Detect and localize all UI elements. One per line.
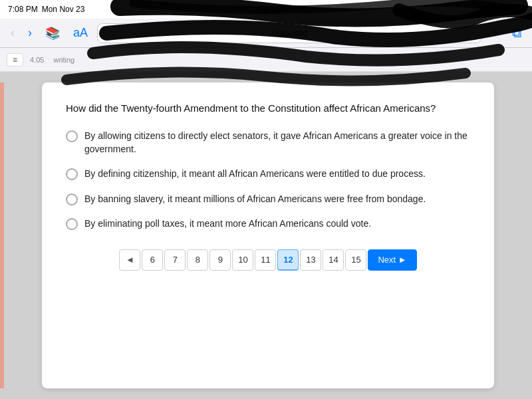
answer-option-d[interactable]: By eliminating poll taxes, it meant more… [66,217,470,231]
page-12[interactable]: 12 [277,249,299,271]
answer-text-b: By defining citizenship, it meant all Af… [84,168,426,181]
question-text: How did the Twenty-fourth Amendment to t… [66,101,470,115]
page-9[interactable]: 9 [209,249,231,271]
unlock-status: 🔓 Unlocked [260,5,305,14]
prev-button[interactable]: ◄ [119,249,140,271]
radio-b[interactable] [66,168,78,180]
answer-text-c: By banning slavery, it meant millions of… [84,193,426,206]
radio-d[interactable] [66,218,78,230]
font-size-button[interactable]: aA [69,23,92,43]
time: 7:08 PM [8,5,38,14]
status-bar: 7:08 PM Mon Nov 23 🔓 Unlocked 📶 🔋 30% [0,0,532,19]
page-6[interactable]: 6 [142,249,163,271]
menu-icon[interactable]: ≡ [7,53,23,66]
secondary-toolbar: ≡ 4.05 writing [0,48,532,72]
back-button[interactable]: ‹ [7,23,19,43]
url-bar[interactable]: Unlocked [97,23,481,43]
battery-percent: 30% [508,5,524,14]
bookmarks-button[interactable]: 📚 [41,23,64,43]
answer-option-a[interactable]: By allowing citizens to directly elect s… [66,130,470,156]
page-10[interactable]: 10 [232,249,253,271]
quiz-wrapper: How did the Twenty-fourth Amendment to t… [4,72,532,399]
mode-label: writing [51,55,77,65]
page-14[interactable]: 14 [323,249,344,271]
page-11[interactable]: 11 [255,249,276,271]
main-content: How did the Twenty-fourth Amendment to t… [0,72,532,399]
next-button[interactable]: Next ► [368,249,416,271]
answer-text-a: By allowing citizens to directly elect s… [84,130,470,156]
page-15[interactable]: 15 [345,249,366,271]
status-left: 7:08 PM Mon Nov 23 [8,5,84,14]
status-center: 🔓 Unlocked [260,5,305,14]
status-right: 📶 🔋 30% [480,5,524,14]
answer-option-b[interactable]: By defining citizenship, it meant all Af… [66,168,470,181]
day: Mon Nov 23 [42,5,85,14]
url-text: Unlocked [271,28,307,38]
tabs-button[interactable]: ⧉ [508,23,525,43]
radio-c[interactable] [66,194,78,205]
wifi-icon: 📶 [480,5,490,14]
page-number: 4.05 [27,55,47,65]
page-13[interactable]: 13 [300,249,321,271]
forward-button[interactable]: › [24,23,36,43]
browser-toolbar: ‹ › 📚 aA Unlocked + ⧉ [0,19,532,48]
answer-text-d: By eliminating poll taxes, it meant more… [84,217,371,231]
quiz-card: How did the Twenty-fourth Amendment to t… [42,82,494,388]
radio-a[interactable] [66,130,78,142]
page-7[interactable]: 7 [164,249,186,271]
page-8[interactable]: 8 [187,249,208,271]
battery-icon: 🔋 [494,5,504,14]
add-tab-button[interactable]: + [487,23,503,43]
answer-option-c[interactable]: By banning slavery, it meant millions of… [66,193,470,206]
pagination: ◄ 6 7 8 9 10 11 12 13 14 15 Next ► [66,249,470,271]
